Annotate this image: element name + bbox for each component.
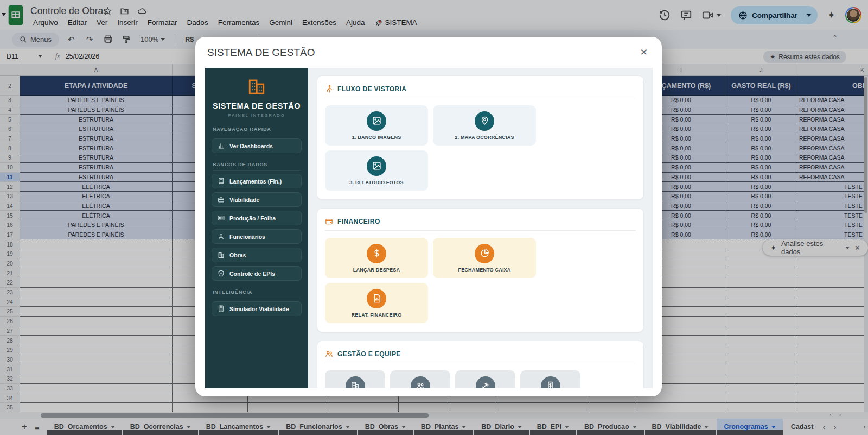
dollar-icon xyxy=(372,249,381,258)
image-icon xyxy=(372,116,381,125)
wallet-icon xyxy=(325,217,333,225)
sidebar-group-label: INTELIGÊNCIA xyxy=(213,289,301,298)
dialog-content: FLUXO DE VISTORIA1. BANCO IMAGENS2. MAPA… xyxy=(308,68,653,388)
sistema-gestao-dialog: SISTEMA DE GESTÃO ✕ SISTEMA DE GESTÃO PA… xyxy=(195,37,662,396)
walk-icon xyxy=(325,85,333,93)
sidebar-item-simulador-viabilidade[interactable]: Simulador Viabilidade xyxy=(212,301,302,316)
image-icon xyxy=(372,161,381,171)
idcard-icon xyxy=(218,215,225,222)
card-3-relat-rio-fotos[interactable]: 3. RELATÓRIO FOTOS xyxy=(325,150,428,191)
sidebar-group-label: NAVEGAÇÃO RÁPIDA xyxy=(213,127,301,135)
tools-icon xyxy=(481,381,490,388)
dialog-sidebar: SISTEMA DE GESTÃO PAINEL INTEGRADO NAVEG… xyxy=(205,68,308,388)
section-header: FINANCEIRO xyxy=(325,215,636,231)
people-icon xyxy=(416,381,425,388)
sidebar-item-ver-dashboards[interactable]: Ver Dashboards xyxy=(212,138,302,153)
sidebar-item-viabilidade[interactable]: Viabilidade xyxy=(212,192,302,207)
sidebar-item-lan-amentos-fin-[interactable]: Lançamentos (Fin.) xyxy=(212,174,302,188)
calculator-icon xyxy=(218,305,225,312)
ledger-icon xyxy=(218,178,225,185)
chart-icon xyxy=(218,142,225,149)
sidebar-item-obras[interactable]: Obras xyxy=(212,248,302,262)
card-nova-obra[interactable]: NOVA OBRA xyxy=(325,370,385,388)
card-1-banco-imagens[interactable]: 1. BANCO IMAGENS xyxy=(325,105,428,146)
sidebar-item-produ-o-folha[interactable]: Produção / Folha xyxy=(212,211,302,225)
card-entrega-de-epis[interactable]: ENTREGA DE EPIS xyxy=(455,370,515,388)
doc-chart-icon xyxy=(372,294,381,303)
sidebar-item-controle-de-epis[interactable]: Controle de EPIs xyxy=(212,266,302,281)
building-logo-icon xyxy=(247,79,266,95)
card-relat-financeiro[interactable]: RELAT. FINANCEIRO xyxy=(325,283,428,323)
building-icon xyxy=(350,381,360,388)
section-header: FLUXO DE VISTORIA xyxy=(325,83,636,98)
person-icon xyxy=(218,233,225,240)
building-icon xyxy=(218,251,225,259)
briefcase-icon xyxy=(218,196,225,203)
sidebar-group-label: BANCOS DE DADOS xyxy=(213,162,301,171)
sidebar-item-funcion-rios[interactable]: Funcionários xyxy=(212,229,302,244)
section-fluxo-de-vistoria: FLUXO DE VISTORIA1. BANCO IMAGENS2. MAPA… xyxy=(317,75,644,200)
card-fechamento-caixa[interactable]: FECHAMENTO CAIXA xyxy=(433,238,536,278)
card-gest-o-de-rh[interactable]: GESTÃO DE RH xyxy=(390,370,450,388)
dialog-title: SISTEMA DE GESTÃO xyxy=(207,47,315,59)
shield-icon xyxy=(218,270,225,277)
app-window: Controle de Obras ArquivoEditarVerInseri… xyxy=(0,0,868,435)
card-fechar-folha[interactable]: FECHAR FOLHA xyxy=(520,370,580,388)
sidebar-subtitle: PAINEL INTEGRADO xyxy=(212,113,302,118)
section-header: GESTÃO E EQUIPE xyxy=(325,348,636,363)
card-lan-ar-despesa[interactable]: LANÇAR DESPESA xyxy=(325,238,428,278)
close-icon[interactable]: ✕ xyxy=(638,45,650,60)
sidebar-app-name: SISTEMA DE GESTÃO xyxy=(212,102,302,110)
section-financeiro: FINANCEIROLANÇAR DESPESAFECHAMENTO CAIXA… xyxy=(317,208,644,332)
section-gest-o-e-equipe: GESTÃO E EQUIPENOVA OBRAGESTÃO DE RHENTR… xyxy=(317,341,644,388)
pin-icon xyxy=(480,116,489,125)
people-icon xyxy=(325,350,333,358)
receipt-dollar-icon xyxy=(546,381,555,388)
pie-icon xyxy=(480,249,489,258)
card-2-mapa-ocorr-ncias[interactable]: 2. MAPA OCORRÊNCIAS xyxy=(433,105,536,146)
